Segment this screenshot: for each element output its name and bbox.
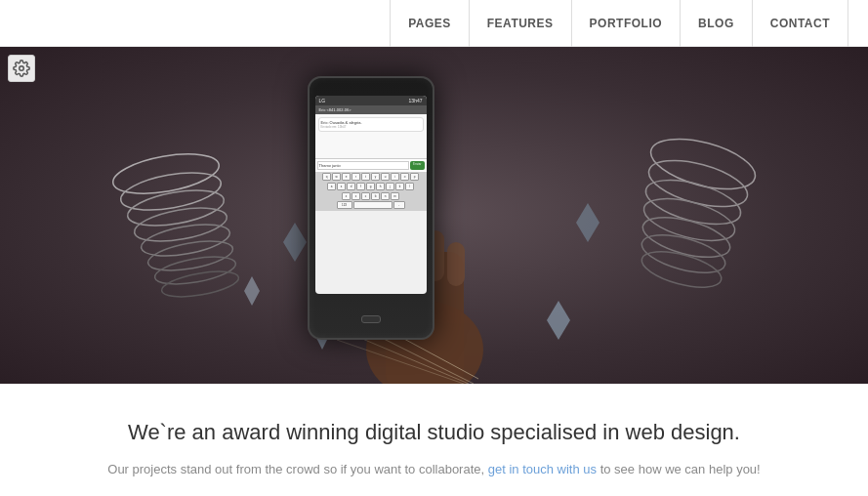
phone-screen: LG 13h47 Eric <841-002-06> Eric: Ousadia… [315,96,427,294]
phone-brand: LG [319,98,326,103]
phone-message-sub: Enviado em: 13h47 [321,125,421,129]
key-o[interactable]: o [400,173,409,181]
key-c[interactable]: c [361,192,370,200]
phone-keyboard: q w e r t y u i o p a [315,172,427,211]
key-n[interactable]: n [381,192,390,200]
phone-contact-bar: Eric <841-002-06> [315,105,427,114]
keyboard-row-4: 123 .. [316,201,426,210]
key-b[interactable]: b [371,192,380,200]
key-a[interactable]: a [327,183,336,190]
nav-link-pages[interactable]: PAGES [390,0,470,47]
key-t[interactable]: t [361,173,370,181]
content-subtext: Our projects stand out from the crowd so… [78,460,790,480]
key-i[interactable]: i [391,173,399,181]
nav-item-portfolio[interactable]: PORTFOLIO [572,0,682,47]
hero-section: LG 13h47 Eric <841-002-06> Eric: Ousadia… [0,47,868,384]
phone-contact: Eric <841-002-06> [319,107,351,112]
phone-input-field[interactable]: Thamo junto [317,161,409,170]
hero-background [0,47,868,384]
key-w[interactable]: w [332,173,341,181]
phone-top-bar: LG 13h47 [315,96,427,105]
nav-item-contact[interactable]: CONTACT [753,0,848,47]
key-g[interactable]: g [366,183,375,190]
subtext-link[interactable]: get in touch with us [488,462,597,476]
key-l[interactable]: l [405,183,414,190]
nav-link-blog[interactable]: BLOG [681,0,753,47]
phone-message-area: Eric: Ousadia & alegria. Enviado em: 13h… [315,114,427,158]
nav-link-portfolio[interactable]: PORTFOLIO [572,0,682,47]
key-p[interactable]: p [410,173,419,181]
phone-input-area: Thamo junto Enviar [315,158,427,172]
key-s[interactable]: s [337,183,346,190]
key-f[interactable]: f [356,183,365,190]
key-k[interactable]: k [395,183,404,190]
phone-screen-content: LG 13h47 Eric <841-002-06> Eric: Ousadia… [315,96,427,294]
gear-icon [13,60,30,77]
subtext-before: Our projects stand out from the crowd so… [107,462,487,476]
key-y[interactable]: y [371,173,380,181]
main-nav: PAGES FEATURES PORTFOLIO BLOG CONTACT [390,0,848,47]
svg-point-0 [20,66,24,71]
keyboard-row-3: z x c b n m [316,192,426,201]
key-q[interactable]: q [322,173,331,181]
content-section: We`re an award winning digital studio sp… [0,384,868,496]
gear-icon-button[interactable] [8,55,35,82]
nav-link-features[interactable]: FEATURES [470,0,572,47]
phone-send-button[interactable]: Enviar [410,161,425,170]
keyboard-row-2: a s d f g h j k l [316,183,426,191]
phone-message-bubble: Eric: Ousadia & alegria. Enviado em: 13h… [318,117,424,132]
keyboard-row-1: q w e r t y u i o p [316,173,426,182]
key-x[interactable]: x [351,192,360,200]
key-h[interactable]: h [376,183,385,190]
key-m[interactable]: m [391,192,399,200]
key-e[interactable]: e [342,173,351,181]
key-dots[interactable]: .. [393,201,405,209]
key-z[interactable]: z [342,192,351,200]
key-space[interactable] [353,201,393,209]
key-d[interactable]: d [347,183,355,190]
phone-time: 13h47 [409,98,423,103]
nav-link-contact[interactable]: CONTACT [753,0,848,47]
nav-item-features[interactable]: FEATURES [470,0,572,47]
subtext-after: to see how we can help you! [597,462,761,476]
nav-list: PAGES FEATURES PORTFOLIO BLOG CONTACT [390,0,848,47]
header: PAGES FEATURES PORTFOLIO BLOG CONTACT [0,0,868,47]
phone-home-button[interactable] [361,315,381,323]
phone-mockup: LG 13h47 Eric <841-002-06> Eric: Ousadia… [308,76,434,340]
nav-item-pages[interactable]: PAGES [390,0,470,47]
phone-body: LG 13h47 Eric <841-002-06> Eric: Ousadia… [308,76,434,340]
key-j[interactable]: j [386,183,394,190]
key-123[interactable]: 123 [337,201,352,209]
content-headline: We`re an award winning digital studio sp… [78,418,790,448]
key-u[interactable]: u [381,173,390,181]
key-r[interactable]: r [351,173,360,181]
nav-item-blog[interactable]: BLOG [681,0,753,47]
